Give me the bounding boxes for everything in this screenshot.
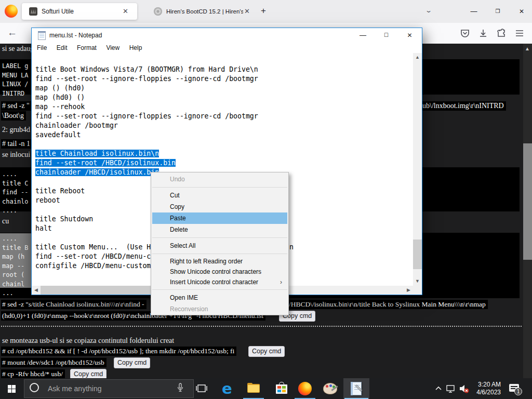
page-sed-top-line1: # sed -z ": [1, 102, 32, 110]
tray-chevron-icon[interactable]: [434, 384, 443, 393]
window-restore-button[interactable]: ❐: [488, 5, 507, 18]
ctx-open-ime[interactable]: Open IME: [151, 292, 288, 303]
window-minimize-button[interactable]: —: [464, 5, 483, 18]
notepad-menu-bar: File Edit Format View Help: [32, 43, 422, 53]
page-cd-cmd: # cd /opt/hbcd152 && if [ ! -d /opt/hbcd…: [1, 347, 236, 355]
taskbar-edge-button[interactable]: e: [215, 378, 239, 399]
page-text-si: si se adaug: [2, 45, 34, 53]
cortana-icon: [30, 383, 39, 392]
tab-softuri-utile[interactable]: [22, 3, 137, 20]
notepad-window-title: menu.lst - Notepad: [49, 32, 102, 39]
page-sed-cmd-line1-left: # sed -z "s/title Chainload isolinux.bin…: [1, 300, 147, 309]
taskbar-store-button[interactable]: [270, 378, 294, 399]
ctx-separator: [152, 187, 287, 188]
tray-clock[interactable]: 3:20 AM 4/6/2023: [467, 381, 501, 396]
page-scrollbar-thumb[interactable]: [523, 143, 532, 260]
page-sed-top-line2: \Boot\g: [1, 112, 26, 120]
ctx-select-all[interactable]: Select All: [151, 240, 288, 251]
tab2-favicon: [154, 7, 162, 16]
page-mount-cmd: # mount /dev/sdc1 /opt/hbcd152/usb: [1, 358, 107, 367]
page-text-grub4: 2: grub4d: [2, 126, 30, 134]
notepad-line20-tail: n: [289, 243, 294, 252]
network-icon[interactable]: [446, 383, 456, 394]
tab2-close-icon[interactable]: ✕: [244, 7, 250, 15]
copy-cmd-button-2[interactable]: Copy cmd: [248, 346, 285, 357]
selected-text: find --set-root /HBCD/isolinux.bin: [35, 159, 176, 167]
notepad-scroll-left-icon[interactable]: ◀: [32, 286, 41, 295]
browser-tab-bar: Softuri Utile ✕ Hiren's BootCD 15.2 | Hi…: [0, 0, 532, 23]
ctx-undo: Undo: [151, 174, 288, 185]
notification-badge[interactable]: 1: [514, 388, 522, 395]
back-button[interactable]: ←: [7, 27, 17, 38]
page-text-monteaza: se monteaza usb-ul si se copiaza continu…: [2, 337, 174, 345]
ctx-show-unicode[interactable]: Show Unicode control characters: [151, 267, 288, 277]
hamburger-menu-icon[interactable]: [514, 28, 525, 39]
tab1-title: Softuri Utile: [42, 8, 74, 15]
notepad-app-icon: [38, 31, 46, 40]
ctx-rtl-order[interactable]: Right to left Reading order: [151, 256, 288, 267]
notepad-scroll-down-icon[interactable]: ▼: [413, 277, 422, 286]
ctx-separator: [152, 254, 287, 254]
search-placeholder: Ask me anything: [48, 384, 102, 393]
taskbar-firefox-button[interactable]: [293, 378, 317, 399]
notepad-maximize-button[interactable]: ☐: [375, 28, 398, 43]
notepad-scroll-right-icon[interactable]: ▶: [404, 286, 413, 295]
firefox-logo-icon[interactable]: [5, 5, 18, 18]
notepad-scroll-up-icon[interactable]: ▲: [413, 53, 422, 62]
copy-cmd-button-3[interactable]: Copy cmd: [114, 357, 150, 368]
menu-edit[interactable]: Edit: [53, 43, 71, 51]
ctx-cut[interactable]: Cut: [151, 190, 288, 201]
code-block2-rows: ....title Cfind --chainlo....: [2, 170, 29, 216]
microphone-icon[interactable]: [177, 383, 184, 393]
page-lnxboot-fragment: ub\/lnxboot.img\r\nINITRD: [422, 102, 506, 110]
tray-date: 4/6/2023: [467, 389, 501, 396]
dotted-divider: [1, 326, 522, 327]
page-tail-cmd: # tail -n 1: [1, 140, 32, 148]
window-close-button[interactable]: ✕: [512, 5, 531, 18]
ctx-reconversion: Reconversion: [151, 303, 288, 315]
ctx-delete[interactable]: Delete: [151, 224, 288, 235]
menu-file[interactable]: File: [33, 43, 50, 51]
taskbar-file-explorer-button[interactable]: [242, 378, 265, 399]
windows-logo-icon[interactable]: [8, 385, 16, 393]
page-cp-cmd: # cp -Rfv hbcd/* usb/: [1, 370, 65, 378]
tab2-title[interactable]: Hiren's BootCD 15.2 | Hiren's Bo: [166, 8, 243, 15]
new-tab-button[interactable]: +: [261, 6, 266, 16]
tab-list-chevron-icon[interactable]: ⌄: [425, 7, 432, 14]
menu-format[interactable]: Format: [73, 43, 100, 51]
taskbar: Ask me anything e 3:20 A: [0, 378, 532, 399]
tab1-close-icon[interactable]: ✕: [123, 7, 128, 15]
menu-view[interactable]: View: [102, 43, 123, 51]
task-view-icon[interactable]: [195, 382, 208, 395]
ctx-paste[interactable]: Paste: [152, 212, 287, 224]
extensions-puzzle-icon[interactable]: [496, 28, 507, 39]
submenu-arrow-icon: ›: [280, 277, 282, 287]
selected-text: chainloader /HBCD/isolinux.bin: [35, 168, 159, 176]
page-text-inlocu: se inlocui: [2, 151, 30, 159]
download-icon[interactable]: [477, 28, 489, 39]
code-block3-rows: ....title Bmap (hmap --root (chainl...: [2, 234, 29, 298]
ctx-copy[interactable]: Copy: [151, 201, 288, 212]
notepad-scrollbar-corner: [413, 286, 422, 295]
ctx-separator: [152, 237, 287, 238]
code-label-rows: LABEL gMENU LALINUX /INITRD: [2, 62, 29, 98]
notepad-close-button[interactable]: ✕: [398, 28, 421, 43]
page-scrollbar-up-icon[interactable]: ▲: [525, 46, 531, 52]
page-text-cu: cu: [2, 217, 9, 225]
tray-time: 3:20 AM: [467, 381, 501, 389]
pocket-icon[interactable]: [459, 28, 471, 39]
notepad-minimize-button[interactable]: —: [351, 28, 375, 43]
tab1-favicon: [29, 7, 37, 16]
notepad-vscrollbar-thumb[interactable]: [413, 240, 422, 269]
ctx-separator: [152, 289, 287, 290]
menu-help[interactable]: Help: [126, 43, 146, 51]
selected-text: title Chainload isolinux.bin\n: [35, 150, 159, 157]
notepad-title-bar[interactable]: menu.lst - Notepad — ☐ ✕: [32, 28, 422, 43]
taskbar-notepad-button[interactable]: [343, 378, 369, 399]
context-menu: Undo Cut Copy Paste Delete Select All Ri…: [151, 172, 289, 315]
ctx-insert-unicode[interactable]: Insert Unicode control character›: [151, 277, 288, 287]
taskbar-paint-button[interactable]: [318, 378, 342, 399]
page-sed-cmd-line1-right: /HBCD\/isolinux.bin\r\n/title Back to Sy…: [289, 300, 488, 309]
